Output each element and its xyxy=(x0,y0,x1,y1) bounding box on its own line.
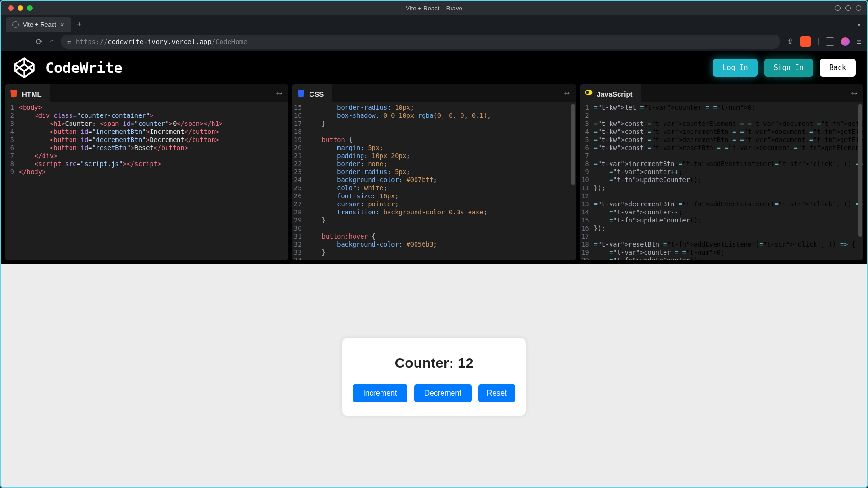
code-area-html[interactable]: 1<body>2 <div class="counter-container">… xyxy=(5,102,288,260)
home-icon[interactable]: ⌂ xyxy=(49,37,54,46)
increment-button[interactable]: Increment xyxy=(353,384,407,402)
window-titlebar: Vite + React – Brave xyxy=(1,1,867,15)
menu-icon[interactable]: ≡ xyxy=(856,37,861,47)
editor-css-title: CSS xyxy=(309,90,324,98)
titlebar-action-3[interactable] xyxy=(856,5,861,11)
extensions-icon[interactable] xyxy=(826,37,834,46)
svg-point-1 xyxy=(586,91,589,94)
window-maximize-icon[interactable] xyxy=(27,5,33,11)
editor-css: CSS ⤢ 15 border-radius: 10px;16 box-shad… xyxy=(292,84,576,260)
css-icon xyxy=(297,89,305,98)
close-icon[interactable]: × xyxy=(60,20,64,28)
scrollbar-thumb[interactable] xyxy=(858,104,862,237)
back-button[interactable]: Back xyxy=(820,59,856,77)
titlebar-action-2[interactable] xyxy=(845,5,851,11)
counter-value: 12 xyxy=(458,355,473,371)
editor-js: JavaScript ⤢ 1="t-kw">let ="t-var">count… xyxy=(580,84,863,260)
new-tab-button[interactable]: + xyxy=(77,19,82,29)
decrement-button[interactable]: Decrement xyxy=(414,384,472,402)
collapse-icon[interactable]: ⤢ xyxy=(275,88,285,98)
tab-title: Vite + React xyxy=(23,21,56,28)
app-title: CodeWrite xyxy=(45,60,123,76)
url-path: /CodeHome xyxy=(212,38,248,45)
collapse-icon[interactable]: ⤢ xyxy=(562,88,572,98)
url-scheme: https:// xyxy=(76,38,107,45)
codepen-logo-icon xyxy=(12,56,36,80)
counter-heading: Counter: 12 xyxy=(353,355,515,371)
forward-icon: → xyxy=(21,37,29,46)
window-close-icon[interactable] xyxy=(8,5,14,11)
brave-shield-icon[interactable] xyxy=(800,36,811,47)
browser-tab-active[interactable]: Vite + React × xyxy=(6,17,71,32)
back-icon[interactable]: ← xyxy=(7,37,15,46)
code-area-js[interactable]: 1="t-kw">let ="t-var">counter = ="t-num"… xyxy=(580,102,863,260)
counter-label: Counter: xyxy=(395,355,458,371)
editor-panels: HTML ⤢ 1<body>2 <div class="counter-cont… xyxy=(1,84,867,264)
window-title: Vite + React – Brave xyxy=(406,5,462,12)
extension-badge-icon[interactable] xyxy=(841,37,850,46)
url-input[interactable]: ⇄ https:// codewrite-ivory.vercel.app /C… xyxy=(61,35,780,49)
window-minimize-icon[interactable] xyxy=(18,5,23,11)
reload-icon[interactable]: ⟳ xyxy=(36,37,43,47)
url-host: codewrite-ivory.vercel.app xyxy=(108,38,212,45)
tabs-dropdown-icon[interactable]: ▾ xyxy=(858,22,860,28)
login-button[interactable]: Log In xyxy=(713,59,757,77)
scrollbar-thumb[interactable] xyxy=(571,104,575,185)
address-bar: ← → ⟳ ⌂ ⇄ https:// codewrite-ivory.verce… xyxy=(1,32,867,51)
counter-container: Counter: 12 Increment Decrement Reset xyxy=(342,338,525,416)
signin-button[interactable]: Sign In xyxy=(764,59,813,77)
titlebar-action-1[interactable] xyxy=(835,5,841,11)
reset-button[interactable]: Reset xyxy=(478,384,515,402)
javascript-icon xyxy=(585,89,593,98)
editor-html-title: HTML xyxy=(22,90,42,98)
app-header: CodeWrite Log In Sign In Back xyxy=(1,51,867,84)
site-settings-icon[interactable]: ⇄ xyxy=(67,38,71,45)
preview-pane: Counter: 12 Increment Decrement Reset xyxy=(1,264,867,488)
editor-html: HTML ⤢ 1<body>2 <div class="counter-cont… xyxy=(5,84,288,260)
code-area-css[interactable]: 15 border-radius: 10px;16 box-shadow: 0 … xyxy=(292,102,576,260)
tab-strip: Vite + React × + ▾ xyxy=(1,15,867,32)
html-icon xyxy=(9,89,18,98)
editor-js-title: JavaScript xyxy=(597,90,633,98)
globe-icon xyxy=(12,21,19,28)
share-icon[interactable]: ⇪ xyxy=(787,37,794,47)
collapse-icon[interactable]: ⤢ xyxy=(850,88,860,98)
